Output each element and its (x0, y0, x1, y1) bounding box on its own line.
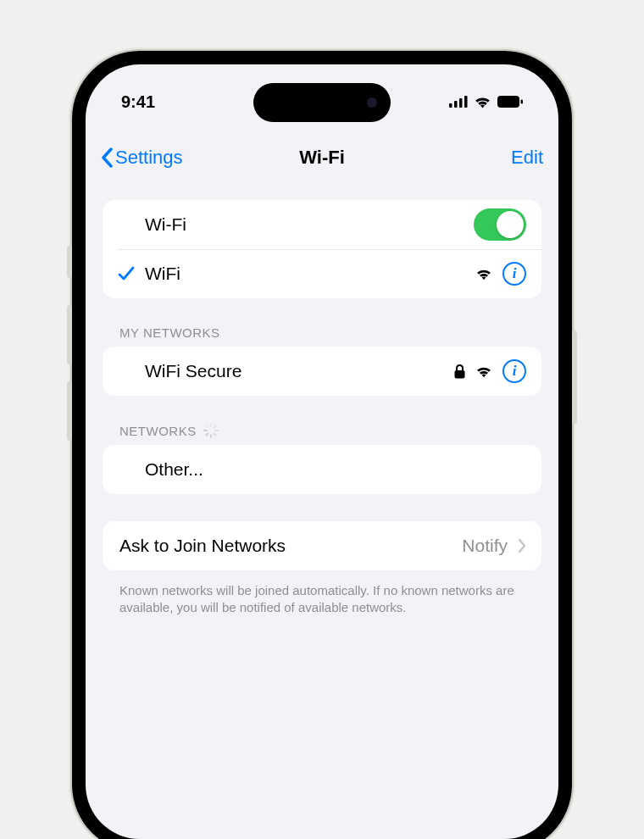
svg-rect-3 (464, 96, 468, 108)
svg-rect-0 (449, 103, 452, 108)
wifi-signal-icon (475, 365, 492, 378)
svg-rect-2 (459, 98, 463, 108)
side-button-volume-up (67, 305, 72, 364)
side-button-power (572, 331, 577, 424)
cellular-icon (449, 96, 468, 108)
ask-to-join-value: Notify (462, 536, 508, 556)
ask-to-join-group: Ask to Join Networks Notify (103, 521, 541, 570)
chevron-right-icon (518, 538, 526, 553)
ask-to-join-row[interactable]: Ask to Join Networks Notify (103, 521, 541, 570)
checkmark-icon (118, 266, 135, 281)
content: Wi-Fi WiFi (86, 200, 558, 617)
svg-rect-1 (454, 101, 458, 108)
wifi-toggle-label: Wi-Fi (145, 214, 474, 235)
my-networks-group: WiFi Secure i (103, 347, 541, 396)
wifi-signal-icon (475, 268, 492, 281)
spinner-icon (203, 423, 219, 438)
side-button-volume-down (67, 381, 72, 441)
ask-to-join-footer: Known networks will be joined automatica… (103, 575, 541, 617)
ask-to-join-label: Ask to Join Networks (119, 536, 462, 556)
back-label: Settings (115, 147, 183, 169)
networks-group: Other... (103, 445, 541, 494)
side-button-silent (67, 246, 72, 278)
status-indicators (449, 96, 523, 108)
page-title: Wi-Fi (299, 147, 345, 169)
status-time: 9:41 (121, 92, 155, 112)
nav-bar: Settings Wi-Fi Edit (86, 136, 558, 179)
wifi-toggle[interactable] (474, 208, 526, 241)
connected-network-row[interactable]: WiFi i (103, 249, 541, 298)
other-label: Other... (145, 459, 526, 480)
phone-frame: 9:41 (72, 51, 572, 839)
connected-network-name: WiFi (145, 264, 475, 284)
camera-dot (367, 97, 377, 108)
info-icon[interactable]: i (502, 262, 526, 286)
svg-rect-6 (455, 370, 465, 379)
edit-button[interactable]: Edit (511, 147, 543, 169)
battery-icon (497, 96, 523, 108)
other-network-row[interactable]: Other... (103, 445, 541, 494)
dynamic-island (253, 83, 391, 122)
wifi-main-group: Wi-Fi WiFi (103, 200, 541, 298)
my-networks-header: MY NETWORKS (103, 325, 541, 347)
svg-rect-4 (497, 96, 519, 108)
chevron-left-icon (101, 147, 114, 168)
screen: 9:41 (86, 64, 558, 839)
wifi-status-icon (474, 96, 491, 108)
network-row[interactable]: WiFi Secure i (103, 347, 541, 396)
networks-header: NETWORKS (103, 423, 541, 445)
network-name: WiFi Secure (145, 361, 454, 381)
back-button[interactable]: Settings (101, 147, 183, 169)
lock-icon (454, 364, 465, 379)
wifi-toggle-row: Wi-Fi (103, 200, 541, 249)
info-icon[interactable]: i (502, 359, 526, 383)
svg-rect-5 (521, 100, 524, 104)
